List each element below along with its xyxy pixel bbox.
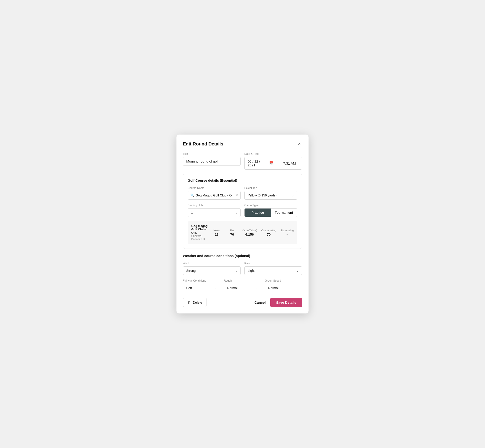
title-datetime-row: Title Date & Time 05 / 12 / 2021 📅 7:31 … [183,152,302,170]
course-name-group: Course Name 🔍 × [188,186,241,200]
delete-button[interactable]: 🗑 Delete [183,298,207,307]
select-tee-group: Select Tee Yellow (6,156 yards) White Re… [244,186,297,200]
course-info-row: Gog Magog Golf Club - Old, Shelford Bott… [188,221,297,244]
golf-course-title: Golf Course details (Essential) [188,178,297,182]
search-icon: 🔍 [190,193,194,197]
title-input[interactable] [183,157,241,166]
save-button[interactable]: Save Details [270,298,302,307]
stat-course-rating: Course rating 70 [261,229,276,236]
wind-group: Wind CalmLightModerateStrongVery Strong … [183,262,241,275]
rain-group: Rain NoneLightModerateHeavy ⌄ [244,262,302,275]
calendar-icon: 📅 [269,161,274,166]
wind-dropdown[interactable]: CalmLightModerateStrongVery Strong [183,266,241,275]
select-tee-label: Select Tee [244,186,297,190]
course-info-main: Gog Magog Golf Club - Old, Shelford Bott… [191,224,209,241]
date-box[interactable]: 05 / 12 / 2021 📅 [244,157,277,170]
course-search-wrap: 🔍 × [188,191,241,200]
weather-section-title: Weather and course conditions (optional) [183,254,302,258]
title-group: Title [183,152,241,170]
green-speed-group: Green Speed SlowNormalFastVery Fast ⌄ [265,279,302,292]
course-name-label: Course Name [188,186,241,190]
footer-right: Cancel Save Details [254,298,302,307]
stat-par: Par 70 [226,229,238,236]
close-button[interactable]: × [297,141,302,147]
datetime-label: Date & Time [244,152,302,155]
rough-wrap: ShortNormalLongVery Long ⌄ [224,284,261,292]
golf-course-section: Golf Course details (Essential) Course N… [183,174,302,249]
stat-yards: Yards(Yellow) 6,156 [242,229,257,236]
title-label: Title [183,152,241,155]
time-box[interactable]: 7:31 AM [277,157,302,170]
cancel-button[interactable]: Cancel [254,301,266,304]
rough-label: Rough [224,279,261,282]
wind-label: Wind [183,262,241,265]
par-label: Par [230,229,234,232]
wind-wrap: CalmLightModerateStrongVery Strong ⌄ [183,266,241,275]
stat-slope-rating: Slope rating - [280,229,294,236]
fairway-wrap: SoftNormalFirmVery Firm ⌄ [183,284,220,292]
slope-rating-value: - [286,232,288,236]
fairway-rough-green-row: Fairway Conditions SoftNormalFirmVery Fi… [183,279,302,292]
date-time-inputs: 05 / 12 / 2021 📅 7:31 AM [244,157,302,170]
rain-wrap: NoneLightModerateHeavy ⌄ [244,266,302,275]
course-rating-value: 70 [267,232,271,236]
wind-rain-row: Wind CalmLightModerateStrongVery Strong … [183,262,302,275]
fairway-dropdown[interactable]: SoftNormalFirmVery Firm [183,284,220,292]
yards-value: 6,156 [245,232,254,236]
delete-label: Delete [193,301,202,304]
starting-hole-wrap: 123 456 78910 ⌄ [188,208,241,217]
select-tee-wrap: Yellow (6,156 yards) White Red Blue ⌄ [244,191,297,200]
rough-dropdown[interactable]: ShortNormalLongVery Long [224,284,261,292]
yards-label: Yards(Yellow) [242,229,257,232]
footer-row: 🗑 Delete Cancel Save Details [183,298,302,307]
starting-hole-dropdown[interactable]: 123 456 78910 [188,208,241,217]
holes-label: Holes [214,229,220,232]
green-speed-dropdown[interactable]: SlowNormalFastVery Fast [265,284,302,292]
tournament-button[interactable]: Tournament [271,208,297,217]
slope-rating-label: Slope rating [280,229,294,232]
datetime-group: Date & Time 05 / 12 / 2021 📅 7:31 AM [244,152,302,170]
edit-round-modal: Edit Round Details × Title Date & Time 0… [177,135,308,313]
course-tee-row: Course Name 🔍 × Select Tee Yellow (6,156… [188,186,297,200]
hole-gametype-row: Starting Hole 123 456 78910 ⌄ Game Type … [188,204,297,217]
clear-course-icon[interactable]: × [236,193,238,197]
practice-button[interactable]: Practice [244,208,271,217]
date-value: 05 / 12 / 2021 [248,159,267,167]
course-name-input[interactable] [188,191,241,200]
weather-section: Weather and course conditions (optional)… [183,254,302,292]
starting-hole-group: Starting Hole 123 456 78910 ⌄ [188,204,241,217]
game-type-label: Game Type [244,204,297,207]
game-type-group: Game Type Practice Tournament [244,204,297,217]
modal-title: Edit Round Details [183,141,223,147]
rough-group: Rough ShortNormalLongVery Long ⌄ [224,279,261,292]
holes-value: 18 [215,232,218,236]
game-type-toggle: Practice Tournament [244,208,297,217]
time-value: 7:31 AM [283,161,296,165]
course-stats: Holes 18 Par 70 Yards(Yellow) 6,156 Cour… [211,229,294,236]
rain-label: Rain [244,262,302,265]
course-info-name: Gog Magog Golf Club - Old, [191,224,209,234]
modal-header: Edit Round Details × [183,141,302,147]
course-rating-label: Course rating [261,229,276,232]
course-info-location: Shelford Bottom, UK [191,234,209,241]
green-speed-label: Green Speed [265,279,302,282]
fairway-group: Fairway Conditions SoftNormalFirmVery Fi… [183,279,220,292]
par-value: 70 [230,232,234,236]
rain-dropdown[interactable]: NoneLightModerateHeavy [244,266,302,275]
starting-hole-label: Starting Hole [188,204,241,207]
stat-holes: Holes 18 [211,229,222,236]
green-speed-wrap: SlowNormalFastVery Fast ⌄ [265,284,302,292]
trash-icon: 🗑 [188,301,191,304]
fairway-label: Fairway Conditions [183,279,220,282]
select-tee-dropdown[interactable]: Yellow (6,156 yards) White Red Blue [244,191,297,200]
